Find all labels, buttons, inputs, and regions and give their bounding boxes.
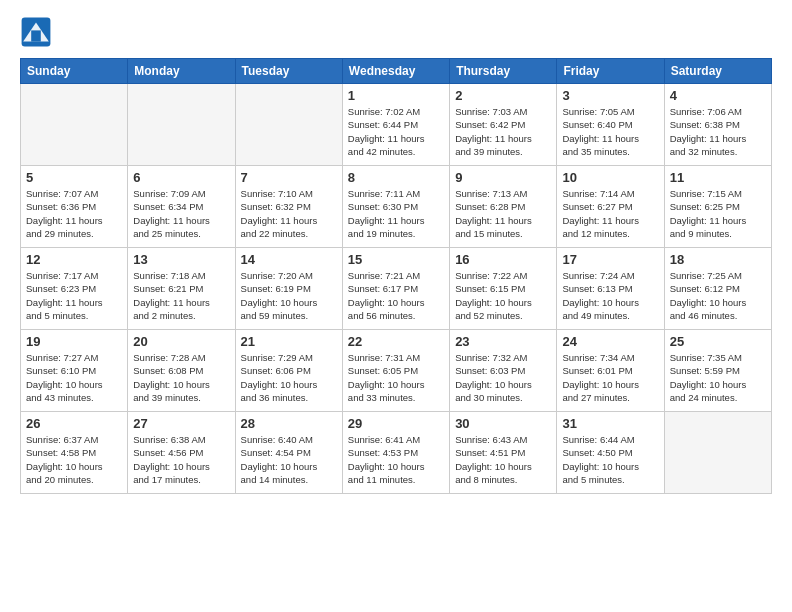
day-number: 29 (348, 416, 444, 431)
weekday-header-tuesday: Tuesday (235, 59, 342, 84)
day-number: 25 (670, 334, 766, 349)
weekday-header-wednesday: Wednesday (342, 59, 449, 84)
day-info: Sunrise: 7:11 AM Sunset: 6:30 PM Dayligh… (348, 187, 444, 240)
calendar-cell (664, 412, 771, 494)
day-number: 23 (455, 334, 551, 349)
day-info: Sunrise: 6:41 AM Sunset: 4:53 PM Dayligh… (348, 433, 444, 486)
day-number: 15 (348, 252, 444, 267)
day-info: Sunrise: 6:43 AM Sunset: 4:51 PM Dayligh… (455, 433, 551, 486)
calendar-cell: 8Sunrise: 7:11 AM Sunset: 6:30 PM Daylig… (342, 166, 449, 248)
day-number: 21 (241, 334, 337, 349)
day-info: Sunrise: 7:34 AM Sunset: 6:01 PM Dayligh… (562, 351, 658, 404)
calendar-cell: 24Sunrise: 7:34 AM Sunset: 6:01 PM Dayli… (557, 330, 664, 412)
day-info: Sunrise: 7:17 AM Sunset: 6:23 PM Dayligh… (26, 269, 122, 322)
weekday-header-sunday: Sunday (21, 59, 128, 84)
day-info: Sunrise: 7:29 AM Sunset: 6:06 PM Dayligh… (241, 351, 337, 404)
calendar-cell: 20Sunrise: 7:28 AM Sunset: 6:08 PM Dayli… (128, 330, 235, 412)
day-info: Sunrise: 7:05 AM Sunset: 6:40 PM Dayligh… (562, 105, 658, 158)
calendar-cell: 3Sunrise: 7:05 AM Sunset: 6:40 PM Daylig… (557, 84, 664, 166)
calendar-cell: 4Sunrise: 7:06 AM Sunset: 6:38 PM Daylig… (664, 84, 771, 166)
day-number: 3 (562, 88, 658, 103)
calendar-table: SundayMondayTuesdayWednesdayThursdayFrid… (20, 58, 772, 494)
calendar-cell: 16Sunrise: 7:22 AM Sunset: 6:15 PM Dayli… (450, 248, 557, 330)
day-info: Sunrise: 6:38 AM Sunset: 4:56 PM Dayligh… (133, 433, 229, 486)
calendar-week-row: 19Sunrise: 7:27 AM Sunset: 6:10 PM Dayli… (21, 330, 772, 412)
svg-rect-2 (31, 30, 41, 41)
day-number: 4 (670, 88, 766, 103)
day-number: 16 (455, 252, 551, 267)
calendar-cell: 26Sunrise: 6:37 AM Sunset: 4:58 PM Dayli… (21, 412, 128, 494)
day-number: 17 (562, 252, 658, 267)
calendar-week-row: 5Sunrise: 7:07 AM Sunset: 6:36 PM Daylig… (21, 166, 772, 248)
calendar-cell: 2Sunrise: 7:03 AM Sunset: 6:42 PM Daylig… (450, 84, 557, 166)
day-number: 1 (348, 88, 444, 103)
calendar-cell: 10Sunrise: 7:14 AM Sunset: 6:27 PM Dayli… (557, 166, 664, 248)
day-info: Sunrise: 7:32 AM Sunset: 6:03 PM Dayligh… (455, 351, 551, 404)
calendar-week-row: 12Sunrise: 7:17 AM Sunset: 6:23 PM Dayli… (21, 248, 772, 330)
day-info: Sunrise: 6:44 AM Sunset: 4:50 PM Dayligh… (562, 433, 658, 486)
day-info: Sunrise: 7:03 AM Sunset: 6:42 PM Dayligh… (455, 105, 551, 158)
calendar-cell: 6Sunrise: 7:09 AM Sunset: 6:34 PM Daylig… (128, 166, 235, 248)
day-info: Sunrise: 7:18 AM Sunset: 6:21 PM Dayligh… (133, 269, 229, 322)
calendar-cell: 18Sunrise: 7:25 AM Sunset: 6:12 PM Dayli… (664, 248, 771, 330)
calendar-cell: 30Sunrise: 6:43 AM Sunset: 4:51 PM Dayli… (450, 412, 557, 494)
day-number: 11 (670, 170, 766, 185)
calendar-cell: 15Sunrise: 7:21 AM Sunset: 6:17 PM Dayli… (342, 248, 449, 330)
day-number: 5 (26, 170, 122, 185)
day-info: Sunrise: 7:21 AM Sunset: 6:17 PM Dayligh… (348, 269, 444, 322)
weekday-header-saturday: Saturday (664, 59, 771, 84)
day-info: Sunrise: 7:20 AM Sunset: 6:19 PM Dayligh… (241, 269, 337, 322)
day-info: Sunrise: 7:25 AM Sunset: 6:12 PM Dayligh… (670, 269, 766, 322)
calendar-cell (128, 84, 235, 166)
calendar-cell: 28Sunrise: 6:40 AM Sunset: 4:54 PM Dayli… (235, 412, 342, 494)
weekday-header-row: SundayMondayTuesdayWednesdayThursdayFrid… (21, 59, 772, 84)
page-container: SundayMondayTuesdayWednesdayThursdayFrid… (0, 0, 792, 612)
day-number: 27 (133, 416, 229, 431)
day-number: 12 (26, 252, 122, 267)
calendar-cell: 1Sunrise: 7:02 AM Sunset: 6:44 PM Daylig… (342, 84, 449, 166)
calendar-cell: 5Sunrise: 7:07 AM Sunset: 6:36 PM Daylig… (21, 166, 128, 248)
day-number: 28 (241, 416, 337, 431)
calendar-cell: 27Sunrise: 6:38 AM Sunset: 4:56 PM Dayli… (128, 412, 235, 494)
calendar-cell: 7Sunrise: 7:10 AM Sunset: 6:32 PM Daylig… (235, 166, 342, 248)
day-info: Sunrise: 7:10 AM Sunset: 6:32 PM Dayligh… (241, 187, 337, 240)
day-info: Sunrise: 7:22 AM Sunset: 6:15 PM Dayligh… (455, 269, 551, 322)
day-number: 2 (455, 88, 551, 103)
day-info: Sunrise: 7:31 AM Sunset: 6:05 PM Dayligh… (348, 351, 444, 404)
logo-icon (20, 16, 52, 48)
day-number: 24 (562, 334, 658, 349)
day-number: 13 (133, 252, 229, 267)
day-info: Sunrise: 7:28 AM Sunset: 6:08 PM Dayligh… (133, 351, 229, 404)
day-info: Sunrise: 7:09 AM Sunset: 6:34 PM Dayligh… (133, 187, 229, 240)
calendar-cell: 19Sunrise: 7:27 AM Sunset: 6:10 PM Dayli… (21, 330, 128, 412)
day-info: Sunrise: 7:24 AM Sunset: 6:13 PM Dayligh… (562, 269, 658, 322)
calendar-cell: 22Sunrise: 7:31 AM Sunset: 6:05 PM Dayli… (342, 330, 449, 412)
calendar-cell (235, 84, 342, 166)
day-info: Sunrise: 7:02 AM Sunset: 6:44 PM Dayligh… (348, 105, 444, 158)
calendar-cell: 25Sunrise: 7:35 AM Sunset: 5:59 PM Dayli… (664, 330, 771, 412)
calendar-cell: 11Sunrise: 7:15 AM Sunset: 6:25 PM Dayli… (664, 166, 771, 248)
day-number: 6 (133, 170, 229, 185)
day-info: Sunrise: 7:07 AM Sunset: 6:36 PM Dayligh… (26, 187, 122, 240)
weekday-header-thursday: Thursday (450, 59, 557, 84)
day-number: 7 (241, 170, 337, 185)
day-number: 26 (26, 416, 122, 431)
day-number: 9 (455, 170, 551, 185)
day-info: Sunrise: 7:15 AM Sunset: 6:25 PM Dayligh… (670, 187, 766, 240)
day-number: 10 (562, 170, 658, 185)
day-number: 18 (670, 252, 766, 267)
calendar-cell: 29Sunrise: 6:41 AM Sunset: 4:53 PM Dayli… (342, 412, 449, 494)
calendar-cell (21, 84, 128, 166)
calendar-cell: 14Sunrise: 7:20 AM Sunset: 6:19 PM Dayli… (235, 248, 342, 330)
day-number: 22 (348, 334, 444, 349)
weekday-header-monday: Monday (128, 59, 235, 84)
day-info: Sunrise: 7:13 AM Sunset: 6:28 PM Dayligh… (455, 187, 551, 240)
day-number: 19 (26, 334, 122, 349)
day-info: Sunrise: 7:27 AM Sunset: 6:10 PM Dayligh… (26, 351, 122, 404)
calendar-cell: 31Sunrise: 6:44 AM Sunset: 4:50 PM Dayli… (557, 412, 664, 494)
day-number: 20 (133, 334, 229, 349)
day-number: 31 (562, 416, 658, 431)
weekday-header-friday: Friday (557, 59, 664, 84)
day-info: Sunrise: 7:14 AM Sunset: 6:27 PM Dayligh… (562, 187, 658, 240)
logo (20, 16, 56, 48)
